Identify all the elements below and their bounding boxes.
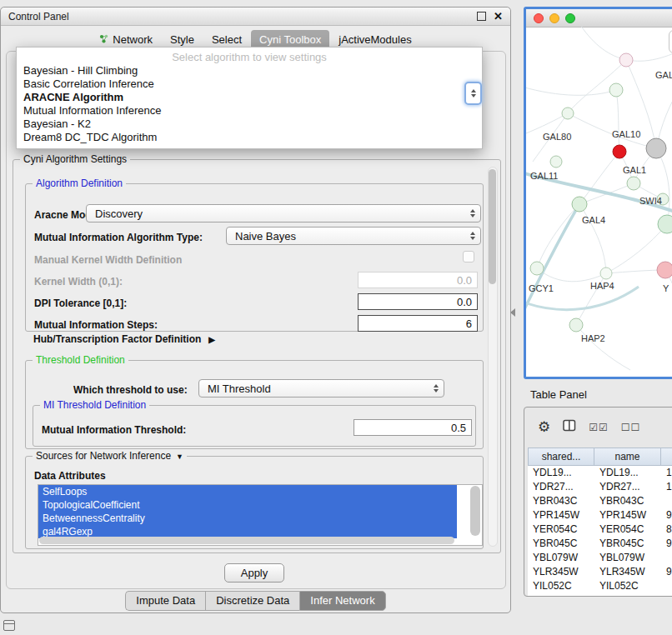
network-edge [526,87,616,95]
table-cell [661,494,672,508]
network-node[interactable] [627,177,640,190]
table-row[interactable]: YDR27...YDR27...12 [528,480,672,494]
apply-button[interactable]: Apply [224,563,284,582]
network-scrollbar-thumb[interactable] [669,30,672,53]
table-cell: YPR145W [528,508,594,522]
algorithm-definition-group: Algorithm Definition Aracne Mode: Discov… [25,183,484,332]
table-column-header[interactable]: shared... [528,448,594,466]
algorithm-combo-focus-edge[interactable] [464,82,482,105]
network-node[interactable] [600,268,612,279]
mi-threshold-field[interactable]: 0.5 [354,419,472,436]
float-window-icon[interactable] [477,12,486,21]
network-node[interactable] [562,108,574,119]
close-icon[interactable]: ✕ [494,11,503,22]
algorithm-option[interactable]: Mutual Information Inference [17,104,482,118]
attribute-list-hscrollbar-thumb[interactable] [39,537,454,544]
network-node-label: Y [663,283,669,293]
network-node[interactable] [619,53,633,67]
mi-algorithm-type-select[interactable]: Naive Bayes [226,227,481,245]
minimize-traffic-light[interactable] [549,13,559,23]
network-node-label: GAL1 [623,165,646,175]
table-cell: YBL079W [528,551,594,565]
table-toolbar: ⚙ ☑☑ ☐☐ [538,419,640,435]
algorithm-dropdown-popup: Select algorithm to view settingsBayesia… [16,47,483,149]
network-node[interactable] [550,156,562,168]
spinner-arrows-icon [470,232,475,240]
network-node[interactable] [658,215,672,233]
manual-kernel-width-label: Manual Kernel Width Definition [34,254,182,266]
data-attributes-list[interactable]: SelfLoopsTopologicalCoefficientBetweenne… [38,484,483,546]
table-cell: 9. [661,565,672,579]
table-column-header[interactable]: name [594,448,661,466]
table-row[interactable]: YBL079WYBL079W [528,551,672,565]
network-edge [526,204,579,314]
columns-icon[interactable] [563,419,576,435]
node-table: shared...name YDL19...YDL19...13YDR27...… [528,448,672,596]
table-cell [661,579,672,593]
network-node[interactable] [530,262,544,275]
dpi-tolerance-field[interactable]: 0.0 [358,293,478,310]
panel-splitter-arrow[interactable] [510,308,515,317]
network-node[interactable] [657,262,672,278]
desktop: Control Panel ✕ NetworkStyleSelectCyni T… [0,0,672,635]
table-cell: 9. [661,537,672,551]
network-node-label: GAL10 [612,129,640,139]
network-node[interactable] [613,145,626,158]
collapse-down-triangle-icon[interactable]: ▼ [176,452,183,461]
aracne-mode-select[interactable]: Discovery [86,204,481,222]
mi-steps-field[interactable]: 6 [358,315,478,332]
table-cell [661,551,672,565]
sources-legend[interactable]: Sources for Network Inference▼ [33,450,187,462]
bottom-tab-infer-network[interactable]: Infer Network [299,591,385,611]
table-cell: YBR043C [528,494,594,508]
table-column-header[interactable] [661,448,672,466]
which-threshold-select[interactable]: MI Threshold [198,379,444,398]
manual-kernel-width-checkbox[interactable] [463,251,474,262]
gear-icon[interactable]: ⚙ [538,420,550,434]
algorithm-option[interactable]: Basic Correlation Inference [17,78,482,91]
network-node[interactable] [569,318,583,332]
network-node-label: GAL11 [530,171,558,181]
network-edge [576,325,630,370]
attribute-list-vscrollbar-thumb[interactable] [470,486,480,536]
network-canvas[interactable]: GAL80GAL10GAL7GAL11GAL1SWI4GAL4GCY1HAP4H… [526,27,672,379]
table-row[interactable]: YLR345WYLR345W9. [528,565,672,579]
spinner-arrows-icon [434,384,439,392]
table-row[interactable]: YBR043CYBR043C [528,494,672,508]
algorithm-option[interactable]: ARACNE Algorithm [17,91,482,104]
attribute-list-item[interactable]: TopologicalCoefficient [38,498,457,512]
control-panel-titlebar[interactable]: Control Panel ✕ [1,8,510,26]
table-row[interactable]: YBR045CYBR045C9. [528,537,672,551]
network-window-titlebar[interactable] [526,9,672,28]
table-panel-window: ⚙ ☑☑ ☐☐ shared...name YDL19...YDL19...13… [524,407,672,597]
restore-window-icon-bar [4,621,14,624]
table-row[interactable]: YDL19...YDL19...13 [528,466,672,480]
bottom-tab-discretize-data[interactable]: Discretize Data [205,591,299,611]
attribute-list-item[interactable]: BetweennessCentrality [38,512,457,525]
table-row[interactable]: YER054CYER054C8. [528,522,672,537]
table-row[interactable]: YIL052CYIL052C [528,579,672,593]
dpi-tolerance-label: DPI Tolerance [0,1]: [34,298,127,309]
network-node[interactable] [572,197,587,212]
expand-right-triangle-icon[interactable]: ▶ [208,335,215,344]
hub-transcription-factor-section[interactable]: Hub/Transcription Factor Definition▶ [33,333,215,345]
algorithm-option[interactable]: Dream8 DC_TDC Algorithm [17,131,482,144]
settings-scrollbar[interactable] [488,167,498,547]
table-cell: YBR043C [594,494,661,508]
network-node[interactable] [646,138,666,158]
select-all-checkboxes-icon[interactable]: ☑☑ [589,422,609,432]
zoom-traffic-light[interactable] [565,13,575,23]
table-row[interactable]: YPR145WYPR145W9. [528,508,672,522]
settings-scrollbar-thumb[interactable] [489,169,496,284]
attribute-list-item[interactable]: SelfLoops [38,485,457,498]
restore-window-icon[interactable] [3,620,15,631]
mi-threshold-label: Mutual Information Threshold: [42,424,186,436]
table-cell: 12 [661,480,672,494]
mi-threshold-definition-legend: MI Threshold Definition [40,399,149,411]
bottom-tab-impute-data[interactable]: Impute Data [125,591,205,611]
deselect-all-checkboxes-icon[interactable]: ☐☐ [621,422,641,432]
algorithm-option[interactable]: Bayesian - Hill Climbing [17,64,482,78]
algorithm-option[interactable]: Bayesian - K2 [17,118,482,131]
network-node[interactable] [609,83,623,97]
close-traffic-light[interactable] [534,13,544,23]
